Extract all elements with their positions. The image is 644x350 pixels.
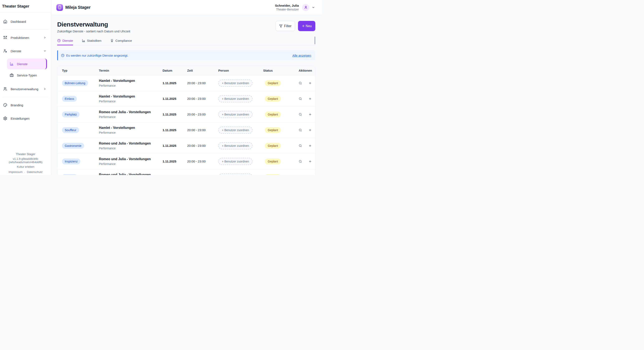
col-datum: Datum	[162, 66, 187, 75]
event-date: 1.11.2025	[162, 144, 176, 147]
search-icon[interactable]	[299, 97, 302, 101]
footer-ref: (refs/heads/main#464ddf6)	[0, 161, 51, 164]
tab-compliance[interactable]: Compliance	[110, 39, 132, 45]
type-badge: Bühnen-Leitung	[62, 80, 88, 86]
type-badge: Parkplatz	[62, 112, 80, 117]
funnel-icon	[279, 24, 283, 28]
sidebar-item-branding[interactable]: Branding	[2, 101, 50, 110]
users-icon	[3, 87, 7, 91]
plus-icon[interactable]	[308, 159, 312, 164]
status-badge: Geplant	[265, 96, 281, 102]
assign-user-button[interactable]: + Benutzer zuordnen	[218, 142, 252, 149]
col-zeit: Zeit	[187, 66, 218, 75]
assign-user-button[interactable]: + Benutzer zuordnen	[218, 158, 252, 165]
event-title: Romeo und Julia - Vorstellungen	[99, 173, 161, 175]
filter-button[interactable]: Filter	[276, 21, 295, 31]
type-badge: Inspizienz	[62, 159, 80, 164]
user-role: Theater-Benutzer	[275, 8, 299, 11]
row-actions	[299, 97, 314, 101]
assign-user-button[interactable]: + Benutzer zuordnen	[218, 80, 252, 87]
event-title: Hamlet - Vorstellungen	[99, 79, 161, 83]
new-button[interactable]: Neu	[298, 21, 315, 31]
scrollbar-thumb[interactable]	[314, 37, 315, 44]
user-menu[interactable]: Schneider, Julia Theater-Benutzer	[275, 4, 315, 11]
status-badge: Geplant	[265, 159, 281, 164]
search-icon[interactable]	[299, 159, 302, 164]
type-badge: Einlass	[62, 96, 77, 102]
sidebar-item-label: Einstellungen	[11, 117, 30, 120]
event-time: 20:00 - 23:00	[187, 160, 206, 163]
assign-user-button[interactable]: + Benutzer zuordnen	[218, 174, 252, 175]
plus-icon[interactable]	[308, 128, 312, 132]
page-subtitle: Zukünftige Dienste - sortiert nach Datum…	[57, 30, 130, 33]
sidebar-subitem-service-typen[interactable]: Service-Typen	[7, 71, 47, 80]
tab-label: Compliance	[116, 39, 132, 42]
sidebar-divider	[2, 97, 48, 97]
status-badge: Geplant	[265, 143, 281, 149]
briefcase-icon	[10, 73, 14, 77]
user-chevron-down-icon[interactable]	[312, 6, 315, 9]
sidebar-item-benutzerverwaltung[interactable]: Benutzerverwaltung	[2, 84, 50, 94]
assign-user-button[interactable]: + Benutzer zuordnen	[218, 127, 252, 134]
sidebar-item-label: Produktionen	[11, 36, 29, 40]
sidebar: Theater Stager Dashboard Produktionen	[0, 0, 51, 175]
assign-user-button[interactable]: + Benutzer zuordnen	[218, 95, 252, 102]
filter-button-label: Filter	[284, 24, 292, 28]
tab-statistiken[interactable]: Statistiken	[82, 39, 102, 45]
bar-chart-icon	[10, 62, 14, 66]
table-row: Bühnen-Leitung Hamlet - Vorstellungen Pe…	[58, 75, 315, 91]
plus-icon	[302, 24, 305, 28]
impressum-link[interactable]: Impressum	[8, 170, 22, 174]
row-actions	[299, 159, 314, 164]
info-banner: Es werden nur zukünftige Dienste angezei…	[57, 50, 315, 60]
sidebar-item-dashboard[interactable]: Dashboard	[2, 17, 50, 26]
chevron-down-icon	[44, 50, 46, 53]
info-banner-text: Es werden nur zukünftige Dienste angezei…	[66, 54, 128, 57]
sidebar-item-dienste[interactable]: Dienste	[2, 46, 50, 56]
user-icon	[304, 6, 308, 10]
plus-icon[interactable]	[308, 144, 312, 148]
app-name[interactable]: Mileja Stager	[65, 5, 90, 10]
services-table: Typ Termin Datum Zeit Person Status Akti…	[58, 66, 315, 175]
page-head: Dienstverwaltung Zukünftige Dienste - so…	[57, 21, 315, 33]
col-aktionen: Aktionen	[299, 66, 315, 75]
tab-dienste[interactable]: Dienste	[57, 39, 73, 45]
event-time: 20:00 - 23:00	[187, 128, 206, 132]
table-row: Einlass Hamlet - Vorstellungen Performan…	[58, 91, 315, 107]
plus-icon[interactable]	[308, 97, 312, 101]
sidebar-subitem-dienste[interactable]: Dienste	[7, 59, 47, 69]
event-date: 1.11.2025	[162, 128, 176, 132]
sidebar-item-produktionen[interactable]: Produktionen	[2, 33, 50, 42]
event-title: Romeo und Julia - Vorstellungen	[99, 110, 161, 114]
plus-icon[interactable]	[308, 112, 312, 117]
new-button-label: Neu	[306, 24, 312, 28]
sidebar-item-einstellungen[interactable]: Einstellungen	[2, 114, 50, 123]
table-row: Gastronomie Romeo und Julia - Vorstellun…	[58, 138, 315, 154]
sidebar-footer: Theater Stager v1.1.9-g9eadd8cb9c (refs/…	[0, 152, 51, 174]
sidebar-item-label: Dienste	[11, 49, 21, 53]
event-title: Romeo und Julia - Vorstellungen	[99, 141, 161, 146]
user-info: Schneider, Julia Theater-Benutzer	[275, 4, 299, 11]
search-icon[interactable]	[299, 81, 302, 85]
status-badge: Geplant	[265, 112, 281, 117]
table-row: Technik Romeo und Julia - Vorstellungen …	[58, 169, 315, 175]
sidebar-divider	[2, 30, 48, 30]
main-area: Mileja Stager Schneider, Julia Theater-B…	[51, 0, 322, 175]
plus-icon[interactable]	[308, 81, 312, 85]
avatar[interactable]	[302, 4, 309, 11]
show-all-link[interactable]: Alle anzeigen	[292, 54, 311, 57]
datenschutz-link[interactable]: Datenschutz	[27, 170, 42, 174]
event-category: Performance	[99, 147, 161, 150]
event-date: 1.11.2025	[162, 160, 176, 163]
event-title: Hamlet - Vorstellungen	[99, 126, 161, 130]
search-icon[interactable]	[299, 112, 302, 117]
row-actions	[299, 144, 314, 148]
topbar: Mileja Stager Schneider, Julia Theater-B…	[51, 0, 322, 15]
search-icon[interactable]	[299, 144, 302, 148]
status-badge: Geplant	[265, 174, 281, 175]
search-icon[interactable]	[299, 128, 302, 132]
sidebar-brand: Theater Stager	[0, 0, 51, 12]
event-time: 20:00 - 23:00	[187, 81, 206, 85]
assign-user-button[interactable]: + Benutzer zuordnen	[218, 111, 252, 118]
page-title: Dienstverwaltung	[57, 21, 130, 28]
